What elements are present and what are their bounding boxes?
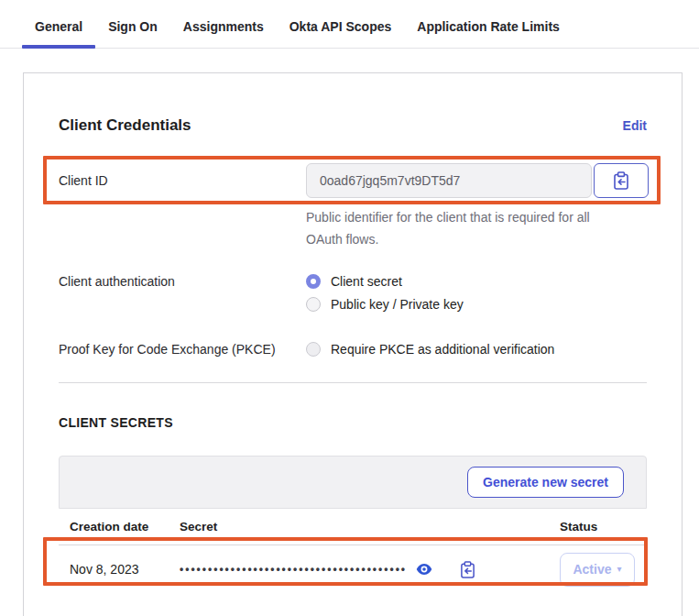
radio-unselected-icon[interactable]	[306, 297, 321, 312]
pkce-option-label: Require PKCE as additional verification	[331, 342, 554, 357]
section-title: Client Credentials	[59, 116, 191, 135]
client-secrets-heading: CLIENT SECRETS	[59, 415, 647, 430]
client-secrets-table: Generate new secret Creation date Secret…	[59, 456, 647, 593]
copy-client-id-button[interactable]	[594, 163, 649, 198]
masked-secret-value: ••••••••••••••••••••••••••••••••••••••••	[180, 563, 407, 576]
client-id-row: Client ID	[59, 163, 647, 198]
section-divider	[59, 382, 647, 383]
reveal-secret-button[interactable]	[416, 563, 432, 576]
radio-option-client-secret[interactable]: Client secret	[306, 274, 464, 289]
status-label: Active	[573, 562, 611, 577]
radio-label: Client secret	[331, 274, 402, 289]
caret-down-icon: ▾	[617, 565, 622, 574]
creation-date-cell: Nov 8, 2023	[70, 562, 180, 577]
generate-new-secret-button[interactable]: Generate new secret	[467, 467, 624, 498]
app-tab-bar: General Sign On Assignments Okta API Sco…	[0, 0, 699, 49]
table-toolbar: Generate new secret	[59, 456, 647, 509]
checkbox-unchecked-icon[interactable]	[306, 342, 321, 357]
client-authentication-row: Client authentication Client secret Publ…	[59, 274, 647, 312]
radio-label: Public key / Private key	[331, 297, 464, 312]
edit-link[interactable]: Edit	[623, 118, 647, 133]
status-cell: Active ▾	[560, 553, 647, 587]
eye-icon	[416, 563, 432, 576]
status-dropdown-button[interactable]: Active ▾	[560, 553, 635, 587]
column-header-status: Status	[560, 520, 647, 534]
tab-general[interactable]: General	[22, 19, 95, 48]
client-authentication-label: Client authentication	[59, 274, 306, 312]
pkce-row: Proof Key for Code Exchange (PKCE) Requi…	[59, 342, 647, 357]
general-settings-card: Client Credentials Edit Client ID Public…	[23, 72, 683, 616]
pkce-label: Proof Key for Code Exchange (PKCE)	[59, 342, 306, 357]
client-id-help-text: Public identifier for the client that is…	[306, 206, 612, 250]
clipboard-copy-icon	[613, 171, 629, 190]
client-authentication-options: Client secret Public key / Private key	[306, 274, 464, 312]
tab-application-rate-limits[interactable]: Application Rate Limits	[404, 19, 573, 48]
pkce-checkbox-option[interactable]: Require PKCE as additional verification	[306, 342, 554, 357]
radio-selected-icon[interactable]	[306, 274, 321, 289]
copy-secret-button[interactable]	[460, 561, 475, 578]
client-id-controls	[306, 163, 649, 198]
radio-option-public-private-key[interactable]: Public key / Private key	[306, 297, 464, 312]
secret-cell: ••••••••••••••••••••••••••••••••••••••••	[180, 561, 560, 578]
tab-okta-api-scopes[interactable]: Okta API Scopes	[277, 19, 405, 48]
client-credentials-header: Client Credentials Edit	[59, 116, 647, 135]
client-id-input[interactable]	[306, 163, 592, 198]
table-row: Nov 8, 2023 ••••••••••••••••••••••••••••…	[59, 545, 647, 593]
tab-assignments[interactable]: Assignments	[170, 19, 277, 48]
client-id-label: Client ID	[59, 173, 306, 188]
column-header-secret: Secret	[180, 520, 560, 534]
column-header-creation-date: Creation date	[70, 520, 180, 534]
tab-sign-on[interactable]: Sign On	[95, 19, 170, 48]
table-header-row: Creation date Secret Status	[59, 509, 647, 545]
clipboard-copy-icon	[460, 561, 475, 578]
